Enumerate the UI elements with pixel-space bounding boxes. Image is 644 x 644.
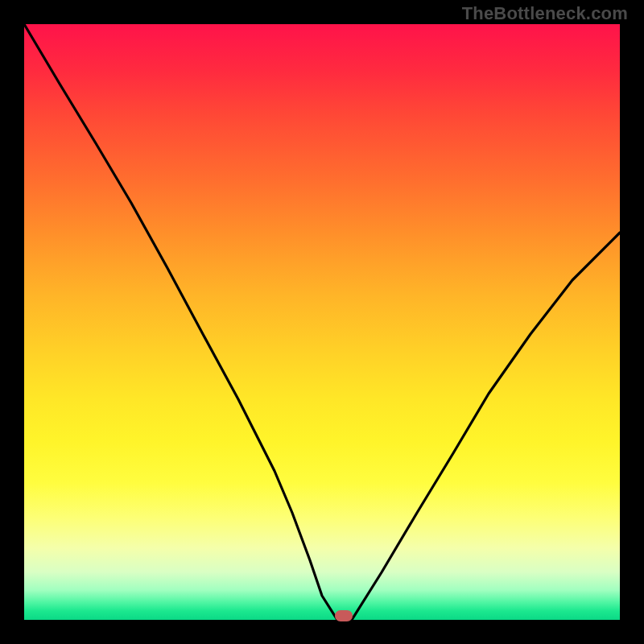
chart-svg [24,24,620,620]
plot-area [24,24,620,620]
chart-frame: TheBottleneck.com [0,0,644,644]
bottleneck-curve [24,24,620,620]
optimum-marker [335,610,353,621]
watermark-text: TheBottleneck.com [462,3,628,24]
